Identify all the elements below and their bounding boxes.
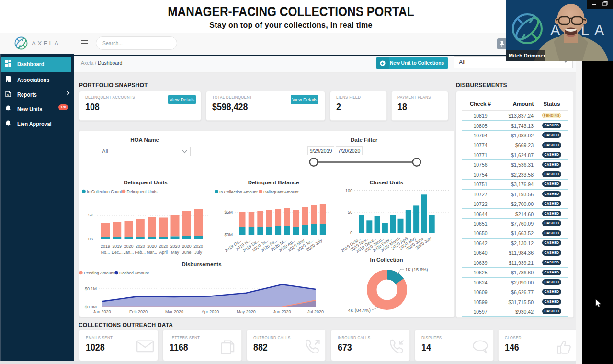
svg-text:Jul 2020: Jul 2020 — [307, 309, 324, 314]
svg-text:2020: 2020 — [182, 244, 192, 249]
svg-text:0: 0 — [350, 230, 352, 235]
svg-text:Delinquent Units: Delinquent Units — [127, 189, 158, 194]
svg-text:2020: 2020 — [170, 244, 180, 249]
svg-text:2020: 2020 — [159, 244, 168, 249]
svg-text:Delinquent Units: Delinquent Units — [124, 180, 167, 185]
svg-text:May 2020: May 2020 — [237, 309, 256, 314]
svg-text:4K (84.4%): 4K (84.4%) — [348, 307, 371, 313]
svg-text:Delinquent Balance: Delinquent Balance — [248, 180, 299, 185]
svg-text:50: 50 — [348, 210, 352, 215]
svg-text:1K (15.6%): 1K (15.6%) — [405, 267, 428, 272]
svg-text:$0.0M: $0.0M — [85, 305, 97, 309]
svg-text:July: July — [194, 250, 202, 255]
svg-text:June: June — [182, 250, 191, 255]
svg-text:A: A — [7, 93, 9, 96]
svg-text:May: May — [171, 250, 179, 255]
svg-text:100: 100 — [345, 188, 352, 193]
svg-text:$0.1M: $0.1M — [85, 286, 97, 291]
svg-text:2019: 2019 — [101, 244, 110, 249]
svg-text:Jun 2020: Jun 2020 — [273, 309, 291, 314]
svg-text:Mitch Drimmer: Mitch Drimmer — [509, 53, 546, 58]
svg-text:Disbursements: Disbursements — [182, 262, 221, 267]
svg-text:Jan...: Jan... — [124, 250, 134, 255]
svg-text:Jan 2020: Jan 2020 — [93, 309, 111, 314]
svg-text:5K: 5K — [88, 213, 93, 217]
svg-text:2020: 2020 — [193, 244, 203, 249]
svg-text:In Collection Count: In Collection Count — [87, 189, 122, 194]
svg-text:No...: No... — [101, 250, 110, 255]
svg-text:Feb 2020: Feb 2020 — [129, 309, 148, 314]
svg-text:$5M: $5M — [224, 210, 233, 215]
svg-text:2020: 2020 — [147, 244, 157, 249]
svg-text:In Collection: In Collection — [370, 257, 403, 262]
svg-text:Closed Units: Closed Units — [370, 180, 403, 185]
svg-text:In Collection Amount: In Collection Amount — [219, 190, 258, 194]
svg-text:Dec...: Dec... — [112, 250, 123, 255]
svg-text:Apr 2020: Apr 2020 — [202, 309, 219, 314]
svg-text:0K: 0K — [88, 237, 93, 241]
svg-text:Pending Amount: Pending Amount — [84, 271, 114, 275]
svg-text:Mar 2020: Mar 2020 — [165, 309, 183, 314]
svg-text:2019: 2019 — [112, 244, 122, 249]
svg-text:Delinquent Amount: Delinquent Amount — [263, 190, 299, 194]
svg-text:2020: 2020 — [124, 244, 134, 249]
svg-text:$0M: $0M — [224, 232, 233, 237]
svg-text:Cashed Amount: Cashed Amount — [119, 271, 149, 275]
svg-text:April: April — [159, 250, 168, 255]
svg-text:Feb...: Feb... — [135, 250, 146, 255]
svg-text:A: A — [594, 22, 604, 39]
svg-text:Mar...: Mar... — [147, 250, 157, 255]
svg-text:2020: 2020 — [136, 244, 145, 249]
